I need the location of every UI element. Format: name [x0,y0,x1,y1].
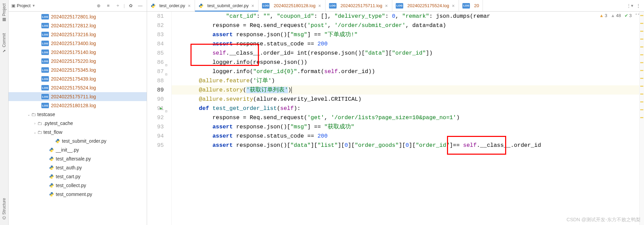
line-number[interactable]: 84 [147,39,164,48]
fold-icon[interactable]: ⊟ [164,70,167,73]
python-icon [150,3,156,9]
editor-tab[interactable]: LOG20240225175524.log× [392,0,459,11]
tree-folder-pytest-cache[interactable]: ›🗀.pytest_cache [9,119,147,128]
code-line[interactable]: @allure.severity(allure.severity_level.C… [172,95,639,104]
code-line[interactable]: def test_get_order_list(self): [172,104,639,113]
tab-list-dropdown-icon[interactable]: ⋮▾ [626,2,634,10]
line-number[interactable]: 91▶⊟ [147,104,164,113]
code-line[interactable]: assert response.status_code == 200 [172,131,639,141]
chevron-down-icon: ⌄ [32,130,37,134]
collapse-all-icon[interactable]: ÷ [114,2,122,10]
tree-log-file[interactable]: LOG20240225173216.log [9,30,147,39]
folder-icon: 🗀 [37,121,42,126]
tree-py-file[interactable]: test_comment.py [9,190,147,199]
project-tree[interactable]: LOG20240225172801.logLOG20240225172812.l… [9,12,147,225]
log-icon: LOG [41,103,49,108]
log-icon: LOG [41,67,49,73]
tree-py-file[interactable]: test_auth.py [9,163,147,172]
log-icon: LOG [329,3,337,9]
code-line[interactable]: logger.info("order_id{0}".format(self.or… [172,67,639,76]
code-line[interactable]: self.__class__.order_id= int(response.js… [172,48,639,58]
tree-py-file[interactable]: test_aftersale.py [9,154,147,163]
log-icon: LOG [262,3,270,9]
code-line[interactable]: response = Req.send_request('post', '/or… [172,21,639,30]
editor-tab[interactable]: LOG20240225175711.log× [326,0,392,11]
project-title[interactable]: ▣ Project ▼ [11,3,35,8]
watermark: CSDN @测试开发-东方不败之鸭梨 [567,217,641,223]
code-line[interactable]: "cart_id": "", "coupon_id": [], "deliver… [172,12,639,21]
close-icon[interactable]: × [251,3,255,9]
line-number[interactable]: 94 [147,131,164,141]
tree-py-file[interactable]: test_cart.py [9,172,147,181]
code-line[interactable]: @allure.feature('订单') [172,76,639,85]
code-line[interactable]: @allure.story('获取订单列表') [172,85,639,95]
vtab-structure[interactable]: ⌬Structure [1,196,7,222]
tree-log-file[interactable]: LOG20240225180128.log [9,101,147,110]
code-editor[interactable]: 818283848586⊟87⊟88899091▶⊟92939495 "cart… [147,12,644,225]
code-line[interactable]: assert response.json()["msg"] == "获取成功" [172,122,639,131]
close-icon[interactable]: × [317,3,321,9]
log-icon: LOG [41,23,49,28]
python-icon [49,183,54,188]
line-gutter[interactable]: 818283848586⊟87⊟88899091▶⊟92939495 [147,12,172,225]
tab-more-icon[interactable]: ⋮ [634,2,642,10]
code-line[interactable]: response = Req.send_request('get', '/ord… [172,113,639,122]
error-stripe[interactable] [639,12,644,225]
editor-tab[interactable]: LOG20 [459,0,483,11]
line-number[interactable]: 92 [147,113,164,122]
line-number[interactable]: 90 [147,95,164,104]
tree-log-file[interactable]: LOG20240225173400.log [9,39,147,48]
editor-tab[interactable]: test_submit_order.py× [195,0,259,11]
code-line[interactable]: assert response.json()["msg"] == "下单成功!" [172,30,639,39]
log-icon: LOG [41,50,49,55]
tree-py-file[interactable]: test_collect.py [9,181,147,190]
tree-folder-testcase[interactable]: ⌄🗀testcase [9,110,147,119]
line-number[interactable]: 86⊟ [147,58,164,67]
python-icon [49,147,54,153]
tree-log-file[interactable]: LOG20240225175220.log [9,57,147,66]
code-line[interactable]: assert response.status_code == 200 [172,39,639,48]
log-icon: LOG [41,76,49,82]
tree-py-file[interactable]: test_submit_order.py [9,137,147,145]
log-icon: LOG [41,94,49,99]
tree-log-file[interactable]: LOG20240225175439.log [9,74,147,83]
hide-icon[interactable]: — [136,2,144,10]
tree-log-file[interactable]: LOG20240225175345.log [9,66,147,74]
line-number[interactable]: 88 [147,76,164,85]
code-line[interactable]: assert response.json()["data"]["list"][0… [172,141,639,150]
editor-tab[interactable]: LOG20240225180128.log× [259,0,325,11]
close-icon[interactable]: × [451,3,455,9]
tree-log-file[interactable]: LOG20240225175711.log [9,92,147,101]
code-line[interactable]: logger.info(response.json()) [172,58,639,67]
line-number[interactable]: 89 [147,85,164,95]
fold-icon[interactable]: ⊟ [164,61,167,64]
vtab-commit[interactable]: ✔Commit [1,31,7,55]
tree-py-file[interactable]: __init__.py [9,145,147,154]
chevron-down-icon: ⌄ [26,113,31,116]
line-number[interactable]: 93 [147,122,164,131]
close-icon[interactable]: × [187,3,191,9]
tree-folder-test-flow[interactable]: ⌄🗀test_flow [9,128,147,137]
tree-log-file[interactable]: LOG20240225172812.log [9,21,147,30]
vtab-project[interactable]: ▦Project [1,1,7,24]
fold-icon[interactable]: ⊟ [164,107,167,110]
tree-log-file[interactable]: LOG20240225172801.log [9,12,147,21]
code-body[interactable]: "cart_id": "", "coupon_id": [], "deliver… [172,12,639,225]
line-number[interactable]: 81 [147,12,164,21]
tree-log-file[interactable]: LOG20240225175524.log [9,83,147,92]
settings-icon[interactable]: ✿ [127,2,134,10]
expand-all-icon[interactable]: ≡ [105,2,112,10]
line-number[interactable]: 87⊟ [147,67,164,76]
log-icon: LOG [41,58,49,64]
line-number[interactable]: 95 [147,141,164,150]
line-number[interactable]: 82 [147,21,164,30]
tree-log-file[interactable]: LOG20240225175140.log [9,48,147,57]
tab-label: test_submit_order.py [207,3,249,8]
line-number[interactable]: 85 [147,48,164,58]
run-icon[interactable]: ▶ [160,104,162,113]
close-icon[interactable]: × [384,3,389,9]
editor-tab[interactable]: test_order.py× [147,0,195,11]
project-icon: ▣ [11,3,15,8]
line-number[interactable]: 83 [147,30,164,39]
select-opened-file-icon[interactable]: ⊕ [95,2,103,10]
